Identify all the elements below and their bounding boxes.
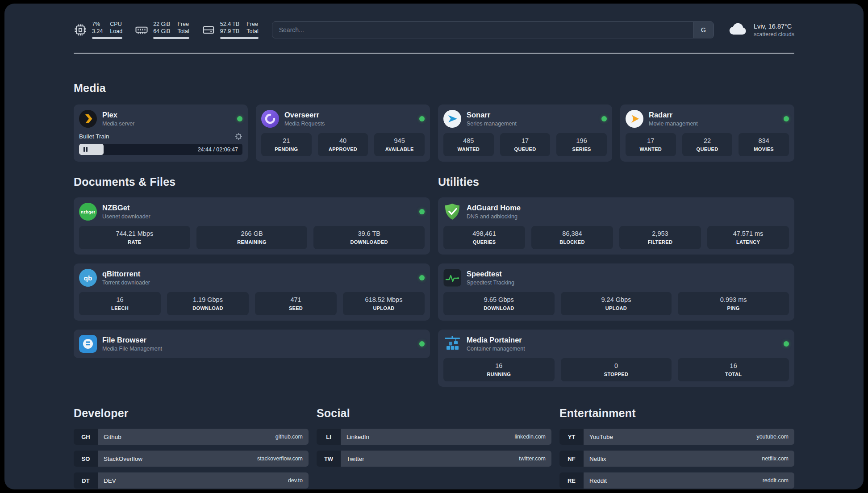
stat-tile: 39.6 TBDOWNLOADED	[313, 226, 425, 249]
bookmark-abbr: LI	[317, 429, 341, 445]
filebrowser-name: File Browser	[102, 336, 162, 344]
radarr-subtitle: Movie management	[649, 121, 698, 127]
overseerr-card[interactable]: Overseerr Media Requests 21PENDING 40APP…	[256, 104, 430, 162]
bookmark-abbr: YT	[559, 429, 584, 445]
portainer-card[interactable]: Media Portainer Container management 16R…	[438, 330, 794, 387]
search-input[interactable]	[272, 26, 693, 33]
bookmark-name: Reddit	[589, 477, 607, 484]
speedtest-name: Speedtest	[467, 270, 514, 278]
documents-section: Documents & Files nzbget NZBGet Usenet d…	[74, 174, 430, 358]
filebrowser-icon	[79, 335, 97, 353]
system-metrics: 7% 3.24 CPU Load	[74, 21, 259, 39]
bookmark-reddit[interactable]: RE Redditreddit.com	[559, 472, 794, 489]
bookmark-url: twitter.com	[519, 455, 546, 462]
top-bar: 7% 3.24 CPU Load	[74, 19, 794, 41]
disk-usage-bar	[220, 37, 259, 39]
ram-usage-bar	[153, 37, 189, 39]
stat-tile: 196SERIES	[556, 133, 607, 156]
nzbget-card[interactable]: nzbget NZBGet Usenet downloader 744.21 M…	[74, 197, 430, 255]
bookmark-url: dev.to	[288, 477, 303, 484]
ram-free-label: Free	[177, 21, 189, 27]
nzbget-status-dot	[419, 209, 425, 214]
social-section: Social LI LinkedInlinkedin.com TW Twitte…	[317, 405, 551, 467]
stat-tile: 744.21 MbpsRATE	[79, 226, 190, 249]
cpu-label-2: Load	[110, 28, 122, 34]
stat-tile: 498,461QUERIES	[443, 226, 525, 249]
media-section-title: Media	[74, 80, 794, 96]
adguard-icon	[443, 203, 461, 221]
plex-card[interactable]: Plex Media server Bullet Train	[74, 104, 248, 162]
nzbget-icon: nzbget	[79, 203, 97, 221]
adguard-subtitle: DNS and adblocking	[467, 213, 521, 220]
disk-free-value: 52.4 TB	[220, 21, 240, 27]
utilities-section-title: Utilities	[438, 174, 794, 189]
stat-tile: 47.571 msLATENCY	[707, 226, 789, 249]
bookmark-name: YouTube	[589, 434, 613, 440]
speedtest-card[interactable]: Speedtest Speedtest Tracking 9.65 GbpsDO…	[438, 263, 794, 321]
bookmark-name: Twitter	[346, 455, 364, 462]
bookmark-youtube[interactable]: YT YouTubeyoutube.com	[559, 429, 794, 445]
radarr-icon	[626, 110, 643, 128]
radarr-card[interactable]: Radarr Movie management 17WANTED 22QUEUE…	[620, 104, 794, 162]
stat-tile: 9.24 GbpsUPLOAD	[561, 292, 672, 315]
stat-tile: 22QUEUED	[682, 133, 733, 156]
sonarr-card[interactable]: Sonarr Series management 485WANTED 17QUE…	[438, 104, 612, 162]
bookmark-name: Netflix	[589, 455, 606, 462]
bookmark-url: linkedin.com	[515, 434, 546, 440]
bookmark-url: youtube.com	[756, 434, 789, 440]
nzbget-subtitle: Usenet downloader	[102, 213, 150, 220]
sonarr-status-dot	[601, 116, 607, 121]
stat-tile: 9.65 GbpsDOWNLOAD	[443, 292, 555, 315]
bookmark-abbr: SO	[74, 451, 98, 467]
pause-icon[interactable]	[83, 147, 88, 152]
filebrowser-card[interactable]: File Browser Media File Management	[74, 330, 430, 358]
bookmark-abbr: RE	[559, 472, 584, 489]
search-bar: G	[272, 21, 714, 38]
weather-location: Lviv, 16.87°C	[754, 23, 794, 30]
ram-free-value: 22 GiB	[153, 21, 170, 27]
bookmark-dev[interactable]: DT DEVdev.to	[74, 472, 309, 489]
utilities-section: Utilities AdGuard Home DNS and adblockin…	[438, 174, 794, 387]
filebrowser-subtitle: Media File Management	[102, 346, 162, 352]
bookmark-name: StackOverflow	[104, 455, 142, 462]
bookmark-abbr: TW	[317, 451, 341, 467]
weather-widget: Lviv, 16.87°C scattered clouds	[727, 19, 794, 41]
adguard-name: AdGuard Home	[467, 204, 521, 212]
cloud-icon	[727, 19, 748, 41]
bookmark-github[interactable]: GH Githubgithub.com	[74, 429, 309, 445]
playback-progress-bar[interactable]: 24:44 / 02:06:47	[79, 144, 242, 155]
adguard-card[interactable]: AdGuard Home DNS and adblocking 498,461Q…	[438, 197, 794, 255]
search-engine-button[interactable]: G	[693, 22, 714, 38]
cpu-metric: 7% 3.24 CPU Load	[74, 21, 122, 39]
stat-tile: 17WANTED	[626, 133, 676, 156]
bookmark-stackoverflow[interactable]: SO StackOverflowstackoverflow.com	[74, 451, 309, 467]
bookmark-url: reddit.com	[763, 477, 789, 484]
portainer-icon	[443, 335, 461, 353]
qbittorrent-card[interactable]: qb qBittorrent Torrent downloader 16LEEC…	[74, 263, 430, 321]
stat-tile: 16LEECH	[79, 292, 161, 315]
disk-metric: 52.4 TB 97.9 TB Free Total	[202, 21, 259, 39]
qbittorrent-subtitle: Torrent downloader	[102, 280, 150, 286]
sonarr-name: Sonarr	[467, 111, 517, 119]
social-section-title: Social	[317, 405, 551, 421]
disk-free-label: Free	[246, 21, 258, 27]
now-playing-title: Bullet Train	[79, 133, 109, 140]
qbittorrent-name: qBittorrent	[102, 270, 150, 278]
bookmark-netflix[interactable]: NF Netflixnetflix.com	[559, 451, 794, 467]
plex-name: Plex	[102, 111, 134, 119]
bookmark-name: DEV	[104, 477, 116, 484]
stat-tile: 485WANTED	[443, 133, 494, 156]
stat-tile: 1.19 GbpsDOWNLOAD	[167, 292, 249, 315]
entertainment-section: Entertainment YT YouTubeyoutube.com NF N…	[559, 405, 794, 489]
cpu-label: CPU	[110, 21, 122, 27]
cpu-usage-value: 7%	[92, 21, 103, 27]
media-settings-gear-icon[interactable]	[235, 133, 242, 140]
bookmark-twitter[interactable]: TW Twittertwitter.com	[317, 451, 551, 467]
documents-section-title: Documents & Files	[74, 174, 430, 189]
dashboard-panel: 7% 3.24 CPU Load	[4, 4, 864, 489]
bookmark-url: github.com	[275, 434, 303, 440]
ram-total-value: 64 GiB	[153, 28, 170, 34]
stat-tile: 471SEED	[255, 292, 337, 315]
stat-tile: 86,384BLOCKED	[531, 226, 613, 249]
bookmark-linkedin[interactable]: LI LinkedInlinkedin.com	[317, 429, 551, 445]
